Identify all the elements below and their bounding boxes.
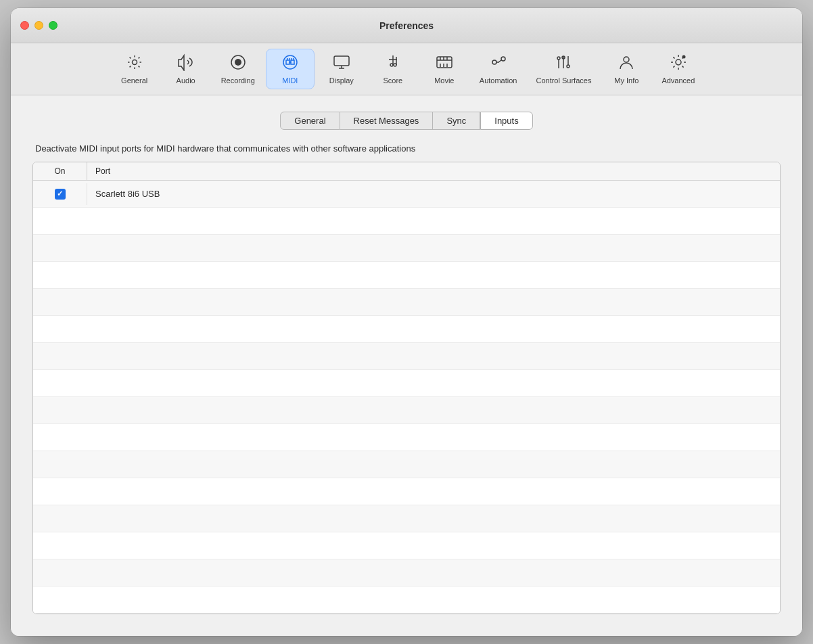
checkbox-checked[interactable] (55, 189, 66, 200)
tab-inputs[interactable]: Inputs (480, 112, 532, 130)
toolbar-general-label: General (121, 76, 147, 85)
toolbar-control-surfaces[interactable]: Control Surfaces (528, 49, 599, 89)
empty-row (33, 586, 780, 614)
toolbar-movie-label: Movie (434, 76, 454, 85)
tab-general[interactable]: General (280, 112, 340, 130)
empty-row (33, 289, 780, 316)
empty-row (33, 505, 780, 532)
empty-row (33, 424, 780, 451)
svg-point-4 (289, 62, 291, 64)
control-surfaces-icon (555, 53, 572, 74)
header-port: Port (87, 162, 780, 180)
toolbar-audio-label: Audio (177, 76, 195, 85)
row-port-cell: Scarlett 8i6 USB (87, 183, 780, 204)
empty-row (33, 478, 780, 505)
automation-icon (490, 53, 507, 74)
minimize-button[interactable] (34, 21, 43, 30)
toolbar-score-label: Score (383, 76, 402, 85)
tab-sync[interactable]: Sync (433, 112, 480, 130)
svg-point-0 (132, 60, 137, 65)
movie-icon (436, 53, 453, 74)
window-title: Preferences (379, 20, 434, 31)
midi-ports-table: On Port Scarlett 8i6 USB (32, 162, 781, 614)
empty-row (33, 262, 780, 289)
toolbar-movie[interactable]: Movie (420, 49, 469, 89)
toolbar-automation-label: Automation (480, 76, 517, 85)
svg-point-2 (235, 59, 241, 66)
my-info-icon (618, 53, 635, 74)
table-header: On Port (33, 162, 780, 181)
preferences-window: Preferences General Audio (11, 8, 802, 636)
svg-point-10 (501, 57, 505, 61)
toolbar-my-info-label: My Info (614, 76, 638, 85)
toolbar-advanced-label: Advanced (661, 76, 695, 85)
close-button[interactable] (20, 21, 29, 30)
score-icon (384, 53, 402, 74)
toolbar-advanced[interactable]: Advanced (653, 49, 703, 89)
svg-point-7 (394, 64, 396, 66)
empty-row (33, 316, 780, 343)
svg-point-6 (390, 64, 393, 66)
svg-point-18 (676, 60, 681, 65)
window-controls (20, 21, 57, 30)
description-text: Deactivate MIDI input ports for MIDI har… (32, 143, 781, 154)
empty-row (33, 370, 780, 397)
toolbar-display[interactable]: Display (317, 49, 366, 89)
svg-point-19 (682, 55, 685, 59)
svg-rect-5 (334, 56, 349, 66)
toolbar: General Audio Recording (11, 43, 802, 95)
record-icon (229, 53, 247, 74)
svg-point-16 (567, 65, 570, 68)
titlebar: Preferences (11, 8, 802, 43)
toolbar-automation[interactable]: Automation (471, 49, 526, 89)
gear-icon (126, 53, 143, 74)
toolbar-recording-label: Recording (221, 76, 255, 85)
toolbar-display-label: Display (329, 76, 354, 85)
empty-row (33, 451, 780, 478)
tab-bar: General Reset Messages Sync Inputs (32, 112, 781, 130)
advanced-icon (670, 53, 687, 74)
table-row: Scarlett 8i6 USB (33, 181, 780, 208)
toolbar-recording[interactable]: Recording (213, 49, 263, 89)
tab-reset-messages[interactable]: Reset Messages (340, 112, 434, 130)
toolbar-midi[interactable]: MIDI (266, 49, 315, 89)
row-checkbox-cell (33, 183, 87, 205)
display-icon (333, 53, 350, 74)
toolbar-control-surfaces-label: Control Surfaces (536, 76, 591, 85)
toolbar-midi-label: MIDI (282, 76, 298, 85)
toolbar-my-info[interactable]: My Info (602, 49, 651, 89)
audio-icon (177, 53, 195, 74)
header-on: On (33, 162, 87, 180)
empty-row (33, 559, 780, 586)
svg-point-9 (492, 60, 496, 64)
svg-point-17 (624, 57, 629, 62)
maximize-button[interactable] (49, 21, 57, 30)
content-area: General Reset Messages Sync Inputs Deact… (11, 95, 802, 636)
empty-row (33, 397, 780, 424)
inputs-panel: Deactivate MIDI input ports for MIDI har… (32, 143, 781, 614)
toolbar-score[interactable]: Score (369, 49, 417, 89)
toolbar-audio[interactable]: Audio (162, 49, 210, 89)
svg-point-15 (557, 57, 560, 60)
toolbar-general[interactable]: General (110, 49, 159, 89)
empty-row (33, 208, 780, 235)
empty-row (33, 235, 780, 262)
svg-rect-8 (437, 57, 452, 68)
empty-row (33, 532, 780, 559)
empty-row (33, 343, 780, 370)
midi-icon (281, 53, 299, 74)
